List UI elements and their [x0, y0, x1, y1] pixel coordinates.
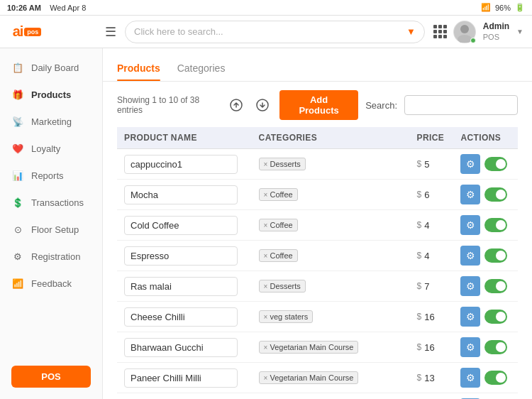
- table-row: cappuccino1×Desserts$5 ⚙: [117, 149, 518, 180]
- product-name: Bharwaan Gucchi: [124, 338, 238, 357]
- settings-button[interactable]: ⚙: [460, 185, 480, 204]
- toggle-switch[interactable]: [484, 310, 507, 324]
- logo-pos-text: pos: [24, 28, 41, 36]
- battery-icon: 🔋: [515, 3, 525, 12]
- wifi-icon: 📶: [481, 3, 491, 12]
- settings-button[interactable]: ⚙: [460, 307, 480, 327]
- toggle-switch[interactable]: [484, 157, 507, 171]
- content-body: Showing 1 to 10 of 38 entries Add Produc…: [103, 82, 532, 399]
- logo: ai pos: [9, 22, 45, 42]
- table-row: Mocha×Coffee$6 ⚙: [117, 180, 518, 210]
- tag-remove[interactable]: ×: [264, 191, 268, 199]
- hamburger-icon[interactable]: ☰: [105, 24, 116, 40]
- toggle-thumb: [496, 342, 506, 352]
- table-row: Espresso×Coffee$4 ⚙: [117, 241, 518, 271]
- tag-remove[interactable]: ×: [264, 344, 268, 351]
- price-value: 7: [424, 281, 429, 292]
- sidebar-item-marketing[interactable]: 📡Marketing: [0, 108, 102, 135]
- product-actions-cell: ⚙: [453, 210, 518, 241]
- tag-remove[interactable]: ×: [264, 252, 268, 260]
- toggle-thumb: [496, 190, 506, 200]
- product-name: Paneer Chilli Milli: [124, 368, 238, 388]
- sidebar-item-transactions[interactable]: 💲Transactions: [0, 189, 102, 216]
- admin-info: Admin POS: [483, 21, 509, 43]
- toggle-switch[interactable]: [484, 371, 507, 385]
- product-name-cell: Mocha: [117, 180, 252, 210]
- add-products-button[interactable]: Add Products: [279, 90, 358, 120]
- admin-dropdown-arrow[interactable]: ▼: [516, 28, 523, 35]
- sidebar-item-registration[interactable]: ⚙Registration: [0, 243, 102, 270]
- nav-icon: 📡: [11, 115, 24, 128]
- content-area: ProductsCategories Showing 1 to 10 of 38…: [103, 48, 532, 399]
- tag-remove[interactable]: ×: [264, 313, 268, 321]
- nav-label: Reports: [31, 170, 64, 181]
- settings-button[interactable]: ⚙: [460, 246, 480, 266]
- category-tag: ×Coffee: [259, 219, 298, 231]
- search-input[interactable]: [404, 95, 518, 115]
- product-actions-cell: ⚙: [453, 180, 518, 210]
- price-value: 4: [424, 251, 429, 261]
- product-price-cell: $6: [410, 180, 454, 210]
- toggle-switch[interactable]: [484, 187, 507, 202]
- settings-button[interactable]: ⚙: [460, 368, 480, 388]
- product-categories-cell: ×Desserts: [252, 149, 410, 180]
- product-name-cell: Paneer Chilli Milli: [117, 363, 252, 393]
- product-categories-cell: ×veg staters: [252, 302, 410, 332]
- sidebar-item-daily-board[interactable]: 📋Daily Board: [0, 54, 102, 81]
- toggle-switch[interactable]: [484, 218, 507, 232]
- currency-symbol: $: [417, 220, 422, 230]
- price-value: 6: [424, 190, 429, 200]
- product-name-cell: Bharwaan Gucchi: [117, 332, 252, 363]
- pos-button[interactable]: POS: [11, 366, 91, 388]
- tag-remove[interactable]: ×: [264, 222, 268, 229]
- toggle-switch[interactable]: [484, 340, 507, 354]
- sidebar-item-loyalty[interactable]: ❤️Loyalty: [0, 135, 102, 162]
- settings-button[interactable]: ⚙: [460, 215, 480, 235]
- tag-remove[interactable]: ×: [264, 160, 268, 168]
- toggle-switch[interactable]: [484, 279, 507, 293]
- settings-button[interactable]: ⚙: [460, 154, 480, 174]
- grid-icon[interactable]: [433, 25, 446, 38]
- product-name-cell: Cold Coffee: [117, 210, 252, 241]
- nav-icon: ⚙: [11, 250, 24, 263]
- tag-remove[interactable]: ×: [264, 374, 268, 382]
- nav-label: Floor Setup: [31, 224, 79, 235]
- toggle-switch[interactable]: [484, 248, 507, 263]
- product-price-cell: $4: [410, 210, 454, 241]
- product-name-cell: Ras malai: [117, 271, 252, 302]
- avatar[interactable]: [453, 21, 476, 43]
- logo-ai-text: ai: [13, 23, 23, 40]
- upload-icon[interactable]: [226, 95, 245, 115]
- price-value: 13: [424, 373, 434, 383]
- nav-icon: ⊙: [11, 223, 24, 236]
- nav-label: Products: [31, 89, 71, 100]
- currency-symbol: $: [417, 342, 422, 352]
- toolbar-right: Add Products Search:: [226, 90, 518, 120]
- toggle-thumb: [496, 220, 506, 230]
- product-actions-cell: ⚙: [453, 363, 518, 393]
- search-bar[interactable]: Click here to search... ▼: [125, 21, 425, 43]
- settings-button[interactable]: ⚙: [460, 337, 480, 357]
- sidebar-item-products[interactable]: 🎁Products: [0, 81, 102, 108]
- nav-icon: 📶: [11, 277, 24, 290]
- product-name-cell: Cheese Chilli: [117, 302, 252, 332]
- download-icon[interactable]: [253, 95, 272, 115]
- sidebar-item-feedback[interactable]: 📶Feedback: [0, 270, 102, 297]
- settings-button[interactable]: ⚙: [460, 276, 480, 296]
- product-name: Espresso: [124, 246, 238, 266]
- toggle-thumb: [496, 373, 506, 383]
- top-nav: ai pos ☰ Click here to search... ▼ Admin…: [0, 16, 532, 48]
- tab-products[interactable]: Products: [117, 57, 160, 81]
- nav-icon: 📋: [11, 61, 24, 74]
- product-actions-cell: ⚙: [453, 302, 518, 332]
- nav-label: Loyalty: [31, 143, 60, 154]
- sidebar-item-reports[interactable]: 📊Reports: [0, 162, 102, 189]
- category-tag: ×Coffee: [259, 188, 298, 201]
- sidebar-item-floor-setup[interactable]: ⊙Floor Setup: [0, 216, 102, 243]
- toggle-thumb: [496, 159, 506, 169]
- tab-categories[interactable]: Categories: [177, 57, 226, 81]
- tag-remove[interactable]: ×: [264, 283, 268, 290]
- product-name-cell: Steamed Rice: [117, 393, 252, 400]
- price-value: 16: [424, 342, 434, 353]
- toggle-thumb: [496, 251, 506, 261]
